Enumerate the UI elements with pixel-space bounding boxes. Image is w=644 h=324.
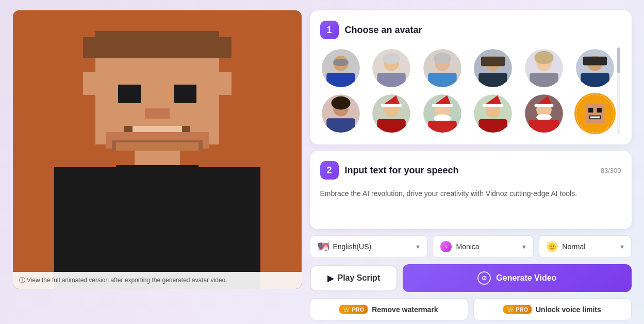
avatar-item-4[interactable] bbox=[472, 47, 514, 89]
avatar-grid-container bbox=[320, 47, 621, 134]
pro-label-1: PRO bbox=[352, 306, 364, 313]
right-panel: 1 Choose an avatar bbox=[310, 10, 632, 320]
language-dropdown[interactable]: 🇺🇸 English(US) ▾ bbox=[310, 235, 428, 258]
avatar-item-7[interactable] bbox=[320, 93, 361, 134]
char-count: 83/300 bbox=[601, 167, 621, 174]
svg-rect-34 bbox=[479, 73, 508, 87]
footer-note: ⓘ View the full animated version after e… bbox=[13, 272, 302, 289]
svg-rect-3 bbox=[83, 37, 232, 58]
pro-label-2: PRO bbox=[516, 306, 528, 313]
svg-rect-74 bbox=[590, 117, 600, 119]
svg-rect-30 bbox=[428, 73, 457, 87]
language-chevron-icon: ▾ bbox=[416, 242, 420, 251]
svg-rect-70 bbox=[585, 104, 604, 123]
svg-point-22 bbox=[333, 59, 349, 67]
remove-watermark-label: Remove watermark bbox=[372, 305, 438, 314]
unlock-voice-button[interactable]: 👑 PRO Unlock voice limits bbox=[473, 298, 632, 320]
voice-avatar-icon: ♀ bbox=[440, 241, 452, 252]
avatar-grid bbox=[320, 47, 621, 134]
svg-rect-61 bbox=[483, 104, 504, 107]
svg-rect-26 bbox=[377, 73, 406, 87]
voice-value: Monica bbox=[456, 242, 479, 251]
svg-rect-51 bbox=[377, 119, 406, 133]
pro-badge-2: 👑 PRO bbox=[503, 305, 532, 314]
step2-header: 2 Input text for your speech 83/300 bbox=[320, 161, 621, 180]
step1-title: Choose an avatar bbox=[345, 25, 422, 36]
svg-point-65 bbox=[536, 114, 552, 121]
controls-row: 🇺🇸 English(US) ▾ ♀ Monica ▾ 🙂 Normal ▾ bbox=[310, 235, 632, 258]
speech-text[interactable]: Embrace the AI revolution, drive your cr… bbox=[320, 188, 621, 219]
step2-card: 2 Input text for your speech 83/300 Embr… bbox=[310, 151, 632, 229]
svg-rect-6 bbox=[118, 85, 141, 103]
step2-title: Input text for your speech bbox=[345, 165, 459, 176]
svg-rect-56 bbox=[432, 104, 453, 107]
mood-icon: 🙂 bbox=[547, 241, 558, 252]
svg-point-37 bbox=[535, 51, 554, 64]
avatar-item-10[interactable] bbox=[472, 93, 514, 134]
svg-rect-41 bbox=[583, 57, 607, 66]
language-value: English(US) bbox=[333, 242, 372, 251]
scrollbar[interactable] bbox=[617, 47, 620, 134]
play-icon: ▶ bbox=[327, 273, 334, 283]
svg-rect-72 bbox=[597, 108, 602, 112]
svg-point-45 bbox=[331, 96, 350, 110]
voice-chevron-icon: ▾ bbox=[522, 242, 526, 251]
svg-rect-67 bbox=[535, 104, 554, 107]
avatar-item-5[interactable] bbox=[523, 47, 565, 89]
svg-point-25 bbox=[383, 53, 400, 64]
svg-rect-62 bbox=[479, 119, 508, 133]
play-script-button[interactable]: ▶ Play Script bbox=[310, 265, 398, 291]
voice-dropdown[interactable]: ♀ Monica ▾ bbox=[433, 235, 534, 258]
avatar-item-8[interactable] bbox=[371, 93, 412, 134]
avatar-item-11[interactable] bbox=[523, 93, 565, 134]
avatar-item-3[interactable] bbox=[422, 47, 463, 89]
svg-rect-18 bbox=[116, 142, 199, 151]
svg-rect-57 bbox=[428, 121, 457, 133]
play-script-label: Play Script bbox=[338, 273, 381, 283]
left-panel: ⓘ View the full animated version after e… bbox=[13, 10, 302, 320]
svg-rect-8 bbox=[145, 108, 170, 119]
svg-rect-71 bbox=[588, 108, 593, 112]
svg-rect-4 bbox=[83, 72, 97, 95]
svg-rect-17 bbox=[116, 165, 199, 186]
unlock-voice-label: Unlock voice limits bbox=[536, 305, 601, 314]
pro-badge-1: 👑 PRO bbox=[339, 305, 368, 314]
generate-video-button[interactable]: ⊙ Generate Video bbox=[403, 264, 631, 292]
svg-rect-33 bbox=[481, 57, 505, 67]
pro-row: 👑 PRO Remove watermark 👑 PRO Unlock voic… bbox=[310, 298, 632, 320]
action-buttons-row: ▶ Play Script ⊙ Generate Video bbox=[310, 264, 632, 292]
svg-rect-5 bbox=[217, 72, 232, 95]
step1-badge: 1 bbox=[320, 21, 339, 39]
step1-card: 1 Choose an avatar bbox=[310, 10, 632, 144]
svg-rect-46 bbox=[326, 118, 355, 133]
step1-header: 1 Choose an avatar bbox=[320, 21, 621, 39]
mood-value: Normal bbox=[562, 242, 585, 251]
svg-rect-21 bbox=[326, 73, 355, 87]
avatar-item-2[interactable] bbox=[371, 47, 412, 89]
generate-video-label: Generate Video bbox=[496, 273, 556, 283]
avatar-item-9[interactable] bbox=[422, 93, 463, 134]
generate-icon: ⊙ bbox=[477, 271, 491, 285]
avatar-item-6[interactable] bbox=[574, 47, 616, 89]
crown-icon-2: 👑 bbox=[507, 306, 514, 313]
svg-rect-38 bbox=[530, 73, 558, 87]
pixel-art-svg bbox=[13, 10, 302, 289]
mood-chevron-icon: ▾ bbox=[620, 242, 624, 251]
scrollbar-thumb bbox=[617, 47, 620, 73]
avatar-item-12[interactable] bbox=[574, 93, 616, 134]
avatar-preview: ⓘ View the full animated version after e… bbox=[13, 10, 302, 289]
crown-icon-1: 👑 bbox=[343, 306, 350, 313]
avatar-item-1[interactable] bbox=[320, 47, 361, 89]
svg-rect-50 bbox=[381, 104, 402, 107]
remove-watermark-button[interactable]: 👑 PRO Remove watermark bbox=[310, 298, 468, 320]
mood-dropdown[interactable]: 🙂 Normal ▾ bbox=[539, 235, 631, 258]
svg-rect-42 bbox=[581, 73, 609, 87]
svg-point-29 bbox=[434, 53, 451, 64]
svg-rect-7 bbox=[174, 85, 196, 103]
svg-rect-68 bbox=[529, 120, 559, 133]
step2-badge: 2 bbox=[320, 161, 339, 180]
flag-icon: 🇺🇸 bbox=[318, 241, 329, 252]
